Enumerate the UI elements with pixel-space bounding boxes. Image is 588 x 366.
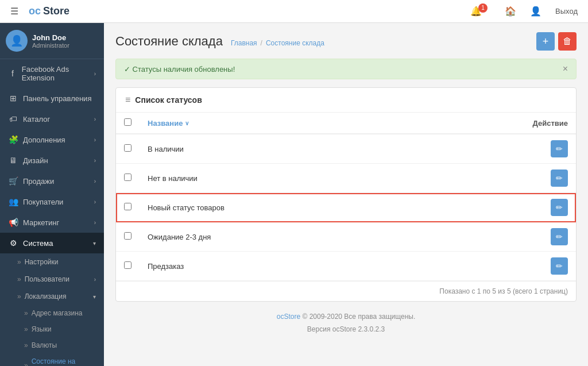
table-row: В наличии ✏ [116, 134, 576, 164]
table-row: Предзаказ ✏ [116, 252, 576, 281]
sidebar-item-catalog[interactable]: 🏷 Каталог › [0, 109, 104, 129]
help-button[interactable]: 👤 [525, 3, 546, 19]
td-checkbox [116, 164, 140, 193]
sidebar-item-extensions[interactable]: 🧩 Дополнения › [0, 129, 104, 150]
table-header-row: Название ∨ Действие [116, 113, 576, 134]
chevron-right-icon: › [94, 178, 96, 184]
card-title: Список статусов [135, 95, 202, 105]
system-icon: ⚙ [8, 238, 18, 248]
td-action: ✏ [421, 134, 576, 164]
chevron-right-icon: › [94, 157, 96, 164]
edit-button[interactable]: ✏ [551, 199, 568, 216]
edit-button[interactable]: ✏ [551, 169, 568, 187]
page-footer: ocStore © 2009-2020 Все права защищены. … [115, 302, 577, 345]
localization-label: Локализация [25, 292, 67, 300]
sort-icon: ∨ [185, 120, 189, 126]
sidebar-item-label: Система [23, 239, 53, 248]
edit-button[interactable]: ✏ [551, 257, 568, 275]
delete-button[interactable]: 🗑 [558, 32, 577, 51]
user-name: John Doe [32, 33, 69, 42]
list-icon: ≡ [125, 95, 130, 105]
avatar: 👤 [6, 30, 28, 52]
th-action: Действие [421, 113, 576, 134]
chevron-right-icon: › [94, 71, 96, 77]
sidebar-item-label: Покупатели [23, 198, 63, 206]
alert-message: ✓ Статусы наличия обновлены! [124, 65, 235, 74]
chevron-right-icon: › [94, 219, 96, 226]
topbar-right: 🔔1 🏠 👤 Выход [466, 3, 582, 19]
sidebar-item-currencies[interactable]: Валюты [0, 337, 104, 353]
table-wrapper: Название ∨ Действие В наличии ✏ [116, 113, 576, 281]
sidebar-item-users[interactable]: Пользователи › [0, 271, 104, 288]
th-name[interactable]: Название ∨ [140, 113, 421, 134]
td-action: ✏ [421, 193, 576, 222]
content-area: Состояние склада Главная / Состояние скл… [104, 23, 588, 366]
breadcrumb-current: Состояние склада [266, 39, 324, 47]
topbar: ☰ oc Store 🔔1 🏠 👤 Выход [0, 0, 588, 23]
sidebar-item-settings[interactable]: Настройки [0, 253, 104, 271]
td-action: ✏ [421, 164, 576, 193]
edit-button[interactable]: ✏ [551, 228, 568, 245]
chevron-down-icon: ▾ [93, 294, 96, 300]
chevron-right-icon: › [94, 276, 96, 283]
td-checkbox [116, 222, 140, 252]
table-row: Новый статус товаров ✏ [116, 193, 576, 222]
row-checkbox[interactable] [124, 203, 131, 210]
sidebar-item-design[interactable]: 🖥 Дизайн › [0, 150, 104, 171]
footer-brand-link[interactable]: ocStore [277, 313, 300, 321]
add-button[interactable]: + [536, 32, 555, 51]
td-checkbox [116, 134, 140, 164]
notification-button[interactable]: 🔔1 [466, 3, 496, 19]
sidebar-item-facebook[interactable]: f Facebook Ads Extension › [0, 59, 104, 88]
design-icon: 🖥 [8, 156, 18, 165]
sidebar-item-label: Маркетинг [23, 218, 59, 227]
row-checkbox[interactable] [124, 261, 131, 269]
page-header: Состояние склада Главная / Состояние скл… [115, 32, 577, 51]
customers-icon: 👥 [8, 197, 18, 206]
footer-line1: ocStore © 2009-2020 Все права защищены. [125, 311, 567, 323]
chevron-down-icon: ▾ [93, 240, 96, 246]
breadcrumb-home-link[interactable]: Главная [231, 39, 257, 47]
sidebar-item-localization[interactable]: Локализация ▾ [0, 288, 104, 305]
row-checkbox[interactable] [124, 174, 131, 181]
td-checkbox [116, 252, 140, 281]
page-title-area: Состояние склада Главная / Состояние скл… [115, 34, 324, 49]
sidebar-item-label: Дополнения [23, 136, 65, 144]
alert-close-button[interactable]: × [563, 64, 568, 74]
sidebar-item-dashboard[interactable]: ⊞ Панель управления [0, 88, 104, 109]
sidebar-item-stock-status[interactable]: Состояние на складе [0, 353, 104, 366]
table-body: В наличии ✏ Нет в наличии ✏ Новый статус… [116, 134, 576, 281]
chevron-right-icon: › [94, 137, 96, 143]
home-button[interactable]: 🏠 [500, 3, 521, 19]
td-action: ✏ [421, 222, 576, 252]
logo-store: Store [43, 5, 69, 17]
td-name: В наличии [140, 134, 421, 164]
alert-success: ✓ Статусы наличия обновлены! × [115, 59, 577, 79]
sidebar-item-label: Продажи [23, 177, 54, 186]
sidebar-item-marketing[interactable]: 📢 Маркетинг › [0, 212, 104, 233]
sidebar-item-system[interactable]: ⚙ Система ▾ [0, 233, 104, 253]
sidebar-item-label: Дизайн [23, 156, 48, 165]
edit-button[interactable]: ✏ [551, 140, 568, 157]
sidebar-item-label: Каталог [23, 115, 50, 124]
footer-version: Версия ocStore 2.3.0.2.3 [125, 323, 567, 336]
footer-copyright: © 2009-2020 Все права защищены. [302, 313, 415, 321]
catalog-icon: 🏷 [8, 114, 18, 124]
sidebar-item-languages[interactable]: Языки [0, 321, 104, 337]
sidebar-item-store-address[interactable]: Адрес магазина [0, 305, 104, 321]
row-checkbox[interactable] [124, 232, 131, 240]
td-name: Ожидание 2-3 дня [140, 222, 421, 252]
row-checkbox[interactable] [124, 144, 131, 152]
td-action: ✏ [421, 252, 576, 281]
status-table: Название ∨ Действие В наличии ✏ [116, 113, 576, 281]
header-buttons: + 🗑 [536, 32, 577, 51]
chevron-right-icon: › [94, 116, 96, 122]
hamburger-button[interactable]: ☰ [6, 3, 23, 19]
table-pagination-info: Показано с 1 по 5 из 5 (всего 1 страниц) [116, 281, 576, 301]
select-all-checkbox[interactable] [124, 118, 131, 126]
topbar-logo: oc Store [29, 5, 69, 17]
exit-button[interactable]: Выход [551, 5, 582, 18]
sales-icon: 🛒 [8, 176, 18, 186]
sidebar-item-sales[interactable]: 🛒 Продажи › [0, 171, 104, 191]
sidebar-item-customers[interactable]: 👥 Покупатели › [0, 191, 104, 212]
